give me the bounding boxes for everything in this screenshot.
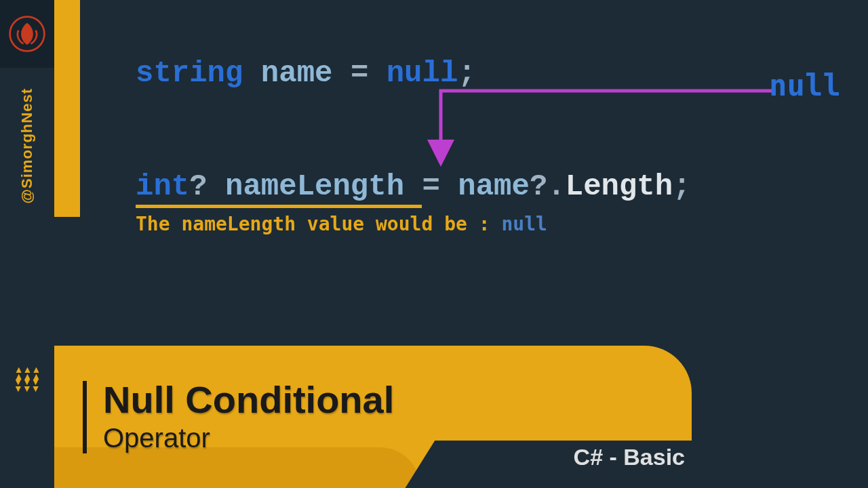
explanation-prefix: The nameLength value would be : bbox=[136, 213, 501, 235]
phoenix-icon bbox=[7, 14, 47, 54]
token-nullable-mark: ? bbox=[189, 169, 207, 203]
logo-box bbox=[0, 0, 54, 68]
token-member-length: Length bbox=[566, 169, 673, 203]
arrows-decoration: ▲▲▲ ▲▲▲ ▲▲▲ ▲▲▲ bbox=[0, 366, 54, 393]
banner-gold-inner bbox=[54, 447, 420, 488]
accent-strip bbox=[54, 0, 80, 217]
title-block: Null Conditional Operator bbox=[83, 381, 394, 453]
token-equals-2: = bbox=[422, 169, 439, 203]
token-rhs-ident: name bbox=[458, 169, 530, 203]
token-identifier-namelength: nameLength bbox=[225, 169, 404, 203]
category-label: C# - Basic bbox=[574, 444, 685, 470]
explanation-text: The nameLength value would be : null bbox=[136, 213, 854, 235]
token-semicolon-2: ; bbox=[673, 169, 690, 203]
arrow-icon bbox=[393, 79, 827, 167]
slide-title: Null Conditional bbox=[103, 381, 394, 419]
code-area: string name = null; null int? nameLength… bbox=[136, 54, 854, 235]
slide-subtitle: Operator bbox=[103, 423, 394, 453]
sidebar: @SimorghNest bbox=[0, 0, 54, 488]
token-keyword-int: int bbox=[136, 169, 189, 203]
annotation-null-label: null bbox=[769, 68, 841, 102]
channel-handle: @SimorghNest bbox=[18, 88, 36, 203]
code-line-2: int? nameLength = name?.Length; bbox=[136, 167, 854, 206]
token-null-conditional-operator: ?. bbox=[530, 169, 566, 203]
bottom-banner: Null Conditional Operator C# - Basic bbox=[54, 346, 868, 488]
token-identifier-name: name bbox=[261, 56, 333, 90]
token-keyword-string: string bbox=[136, 56, 243, 90]
token-equals: = bbox=[351, 56, 368, 90]
null-annotation: null bbox=[393, 79, 814, 167]
explanation-value: null bbox=[501, 213, 547, 235]
